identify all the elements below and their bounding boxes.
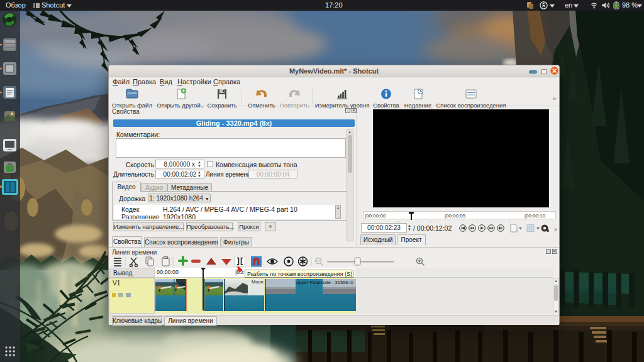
svg-text:Moun: Moun: [252, 279, 264, 285]
svg-text:Upper Palatinate - 31556.m: Upper Palatinate - 31556.m: [296, 280, 353, 285]
